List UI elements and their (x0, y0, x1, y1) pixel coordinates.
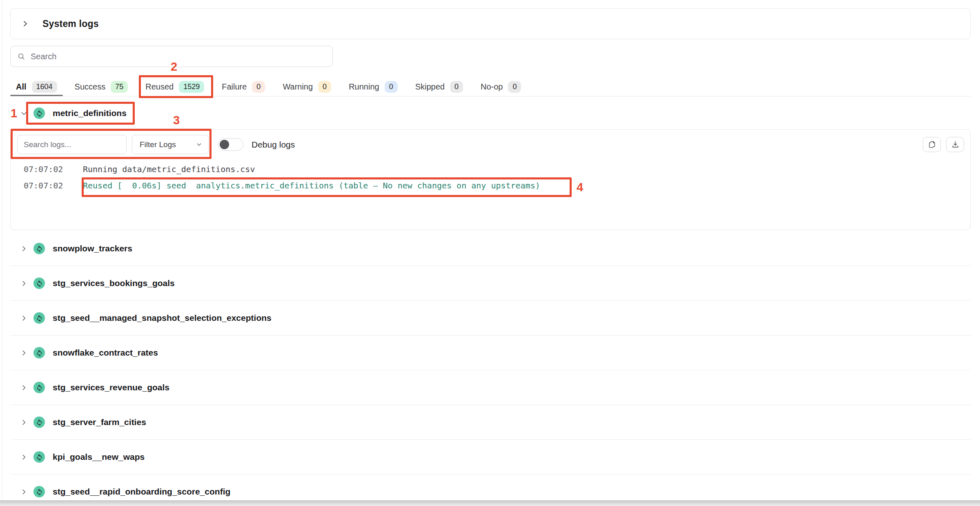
tab-count-badge: 1529 (179, 81, 204, 93)
system-logs-header-row[interactable]: System logs (10, 8, 971, 39)
list-item-name: snowflake_contract_rates (53, 348, 158, 358)
tab-count-badge: 75 (111, 81, 128, 93)
reused-cycle-icon (33, 107, 45, 119)
window-left-edge (2, 0, 2, 500)
list-item-name: snowplow_trackers (53, 244, 132, 253)
chevron-right-icon[interactable] (21, 246, 27, 252)
tab-label: Reused (145, 82, 174, 92)
status-tab-skipped[interactable]: Skipped 0 (410, 78, 469, 96)
log-lines: 07:07:02 Running data/metric_definitions… (11, 161, 970, 194)
search-logs-field[interactable] (17, 135, 127, 154)
bottom-bar (0, 500, 980, 506)
list-item[interactable]: stg_services_bookings_goals (10, 266, 971, 301)
log-line: 07:07:02 Running data/metric_definitions… (11, 161, 970, 177)
chevron-right-icon[interactable] (21, 280, 27, 287)
reused-cycle-icon (33, 347, 45, 358)
list-item[interactable]: stg_server_farm_cities (10, 405, 971, 440)
list-item-name: stg_services_bookings_goals (53, 278, 175, 288)
search-icon (18, 53, 25, 60)
status-tab-failure[interactable]: Failure 0 (216, 78, 271, 96)
tab-count-badge: 0 (508, 81, 521, 93)
list-item[interactable]: stg_services_revenue_goals (10, 370, 971, 405)
log-line: 07:07:02 Reused [ 0.06s] seed analytics.… (11, 177, 970, 194)
chevron-right-icon[interactable] (21, 315, 27, 321)
search-logs-input[interactable] (24, 140, 126, 149)
tab-label: Warning (283, 82, 313, 92)
download-logs-button[interactable] (946, 137, 964, 152)
list-item[interactable]: snowflake_contract_rates (10, 336, 971, 370)
chevron-right-icon[interactable] (21, 454, 27, 460)
log-panel: Filter Logs Debug logs 07:07:02 Running … (10, 129, 971, 230)
tab-count-badge: 0 (385, 81, 398, 93)
list-item-name: kpi_goals__new_waps (53, 452, 145, 462)
tab-count-badge: 1604 (32, 81, 57, 93)
reused-cycle-icon (33, 278, 45, 289)
model-list: snowplow_trackers stg_services_bookings_… (10, 231, 971, 506)
status-tab-no-op[interactable]: No-op 0 (475, 78, 527, 96)
list-item[interactable]: kpi_goals__new_waps (10, 440, 971, 475)
copy-logs-button[interactable] (923, 137, 941, 152)
tab-label: Skipped (415, 82, 445, 92)
reused-cycle-icon (33, 382, 45, 393)
filter-logs-label: Filter Logs (140, 140, 176, 149)
search-bar[interactable] (10, 46, 333, 67)
tab-label: Success (75, 82, 106, 92)
debug-logs-toggle[interactable] (218, 138, 243, 151)
reused-cycle-icon (33, 243, 45, 254)
chevron-down-icon (196, 142, 202, 147)
list-item-name: stg_services_revenue_goals (53, 383, 169, 392)
chevron-right-icon[interactable] (21, 350, 27, 356)
debug-logs-label: Debug logs (252, 140, 295, 150)
log-message: Running data/metric_definitions.csv (83, 164, 255, 174)
list-item-name: stg_server_farm_cities (53, 417, 146, 427)
chevron-right-icon[interactable] (21, 385, 27, 391)
status-tab-all[interactable]: All 1604 (10, 78, 63, 96)
status-tab-reused[interactable]: Reused 1529 (140, 78, 210, 96)
list-item[interactable]: snowplow_trackers (10, 231, 971, 266)
tabs-divider (10, 96, 971, 96)
log-message: Reused [ 0.06s] seed analytics.metric_de… (83, 181, 540, 190)
chevron-right-icon[interactable] (22, 20, 29, 27)
page-title: System logs (42, 18, 99, 29)
reused-cycle-icon (33, 486, 45, 497)
annotation-number-3: 3 (173, 114, 180, 127)
status-tab-running[interactable]: Running 0 (343, 78, 403, 96)
reused-cycle-icon (33, 312, 45, 324)
list-item-name: stg_seed__rapid_onboarding_score_config (53, 487, 230, 497)
status-tab-warning[interactable]: Warning 0 (277, 78, 337, 96)
chevron-right-icon[interactable] (21, 489, 27, 495)
status-tab-success[interactable]: Success 75 (69, 78, 134, 96)
log-toolbar: Filter Logs Debug logs (11, 130, 970, 154)
list-item-name: stg_seed__managed_snapshot_selection_exc… (53, 313, 272, 323)
copy-icon (928, 141, 936, 148)
status-tabs: All 1604 Success 75 Reused 1529 Failure … (10, 78, 527, 96)
download-icon (951, 141, 959, 148)
list-item[interactable]: stg_seed__managed_snapshot_selection_exc… (10, 301, 971, 336)
tab-label: No-op (481, 82, 503, 92)
reused-cycle-icon (33, 451, 45, 463)
tab-label: Running (349, 82, 379, 92)
tab-count-badge: 0 (318, 81, 331, 93)
chevron-right-icon[interactable] (21, 419, 27, 425)
tab-label: Failure (222, 82, 247, 92)
tab-label: All (16, 82, 27, 92)
search-input[interactable] (31, 46, 332, 67)
tab-count-badge: 0 (450, 81, 463, 93)
log-timestamp: 07:07:02 (24, 181, 83, 190)
expanded-item-name: metric_definitions (53, 108, 127, 118)
filter-logs-dropdown[interactable]: Filter Logs (132, 135, 209, 154)
log-timestamp: 07:07:02 (24, 164, 83, 174)
toggle-knob (220, 140, 229, 149)
list-item-expanded[interactable]: metric_definitions (10, 102, 127, 124)
reused-cycle-icon (33, 416, 45, 428)
tab-count-badge: 0 (252, 81, 265, 93)
chevron-down-icon[interactable] (21, 110, 27, 116)
